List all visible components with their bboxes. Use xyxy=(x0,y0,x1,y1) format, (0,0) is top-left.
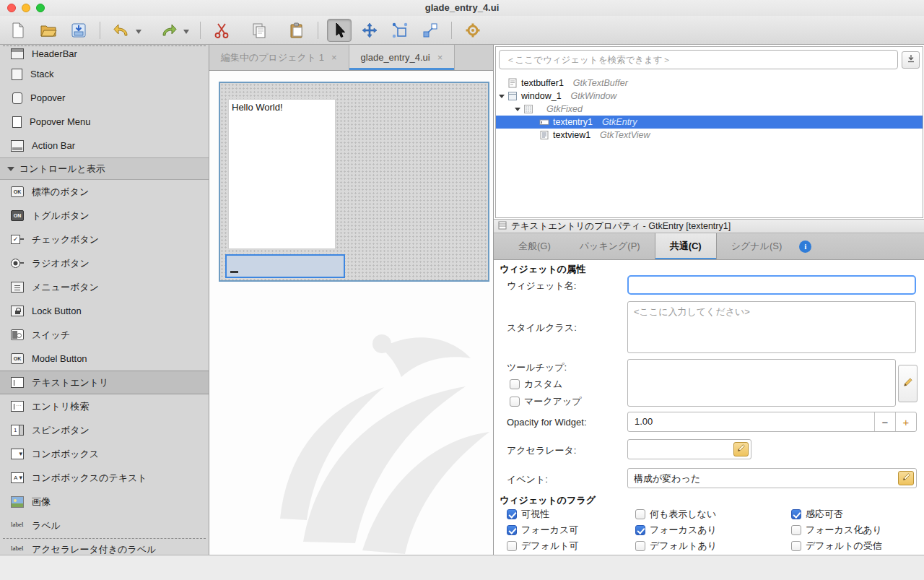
palette-item-image[interactable]: 画像 xyxy=(0,490,209,514)
designed-textview-widget[interactable]: Hello World! xyxy=(228,99,336,249)
palette-item-text-entry[interactable]: テキストエントリ xyxy=(0,371,209,394)
flag-sensitive[interactable]: 感応可否 xyxy=(791,508,915,520)
designed-window-widget[interactable]: Hello World! xyxy=(219,82,489,282)
palette-item-lock-button[interactable]: Lock Button xyxy=(0,299,209,323)
palette-item-model-button[interactable]: Model Button xyxy=(0,347,209,371)
open-project-button[interactable] xyxy=(36,19,61,42)
designed-textentry-widget[interactable] xyxy=(225,254,345,278)
tab-common[interactable]: 共通(C) xyxy=(655,233,717,259)
undo-history-button[interactable] xyxy=(134,19,144,42)
flag-receives-default[interactable]: デフォルトの受信 xyxy=(791,540,915,552)
tooltip-markup-checkbox[interactable]: マークアップ xyxy=(510,395,582,408)
menu-button-icon xyxy=(11,282,24,293)
redo-button[interactable] xyxy=(157,19,181,42)
checkbox-icon xyxy=(510,397,520,407)
opacity-increment-button[interactable]: + xyxy=(895,412,916,431)
palette-item-stack[interactable]: Stack xyxy=(0,62,209,86)
toolbar-separator xyxy=(318,22,318,39)
save-project-button[interactable] xyxy=(66,19,91,42)
cut-button[interactable] xyxy=(209,19,234,42)
flag-no-show-all[interactable]: 何も表示しない xyxy=(635,508,791,520)
switch-icon xyxy=(11,329,24,340)
flag-can-focus[interactable]: フォーカス可 xyxy=(507,524,635,536)
properties-panel-header: テキストエントリのプロパティ - GtkEntry [textentry1] xyxy=(494,219,924,233)
events-input[interactable]: 構成が変わった xyxy=(627,468,917,488)
flag-is-focus[interactable]: フォーカス化あり xyxy=(791,524,915,536)
doc-tab-project1[interactable]: 編集中のプロジェクト 1 × xyxy=(209,45,349,70)
tree-row-textentry1[interactable]: textentry1 GtkEntry xyxy=(496,116,923,129)
paste-button[interactable] xyxy=(284,19,309,42)
tab-general[interactable]: 全般(G) xyxy=(504,233,565,259)
tree-row-textview1[interactable]: textview1 GtkTextView xyxy=(496,129,923,142)
widget-help-icon[interactable] xyxy=(799,241,811,253)
tab-signals[interactable]: シグナル(S) xyxy=(717,233,797,259)
flag-visible[interactable]: 可視性 xyxy=(507,508,635,520)
accelerator-edit-button[interactable] xyxy=(733,442,749,456)
palette-item-action-bar[interactable]: Action Bar xyxy=(0,134,209,157)
palette-item-toggle-button[interactable]: トグルボタン xyxy=(0,204,209,228)
palette-item-combo-box[interactable]: コンボボックス xyxy=(0,442,209,466)
palette-item-spin-button[interactable]: スピンボタン xyxy=(0,418,209,442)
margin-edit-button[interactable] xyxy=(388,19,412,42)
tooltip-textarea[interactable] xyxy=(627,359,896,407)
accelerator-input[interactable] xyxy=(627,439,751,459)
flag-can-default[interactable]: デフォルト可 xyxy=(507,540,635,552)
align-edit-button[interactable] xyxy=(418,19,443,42)
tree-row-gtkfixed[interactable]: GtkFixed xyxy=(496,103,923,116)
doc-tab-glade-entry-4[interactable]: glade_entry_4.ui × xyxy=(349,45,456,70)
checkbox-icon xyxy=(507,525,517,535)
widget-gear-button[interactable] xyxy=(461,19,485,42)
model-button-icon xyxy=(11,353,24,364)
expander-icon[interactable] xyxy=(512,108,523,111)
toolbar-separator xyxy=(100,22,100,39)
palette-item-button[interactable]: 標準のボタン xyxy=(0,180,209,204)
pencil-icon xyxy=(902,377,913,391)
drag-resize-button[interactable] xyxy=(357,19,382,42)
opacity-spinbutton[interactable]: 1.00 − + xyxy=(627,412,917,432)
palette-item-headerbar[interactable]: HeaderBar xyxy=(0,45,209,62)
redo-history-button[interactable] xyxy=(181,19,191,42)
tooltip-custom-checkbox[interactable]: カスタム xyxy=(510,378,562,391)
new-project-button[interactable] xyxy=(6,19,30,42)
close-tab-icon[interactable]: × xyxy=(331,52,337,63)
copy-button[interactable] xyxy=(247,19,271,42)
detach-panel-button[interactable] xyxy=(902,51,920,69)
flag-has-default[interactable]: デフォルトあり xyxy=(635,540,791,552)
select-widgets-button[interactable] xyxy=(327,19,352,42)
popover-menu-icon xyxy=(12,116,22,128)
tooltip-edit-button[interactable] xyxy=(898,365,918,402)
design-canvas[interactable]: Hello World! xyxy=(209,71,493,555)
palette-item-switch[interactable]: スイッチ xyxy=(0,323,209,347)
tree-row-window1[interactable]: window_1 GtkWindow xyxy=(496,90,923,103)
checkbox-icon xyxy=(507,541,517,551)
palette-item-search-entry[interactable]: エントリ検索 xyxy=(0,394,209,418)
widget-search-input[interactable] xyxy=(499,50,898,69)
undo-button[interactable] xyxy=(109,19,134,42)
palette-item-label[interactable]: ラベル xyxy=(0,514,209,537)
palette-item-radio-button[interactable]: ラジオボタン xyxy=(0,251,209,275)
image-icon xyxy=(11,496,24,508)
palette-item-accel-label[interactable]: アクセラレータ付きのラベル xyxy=(0,537,209,555)
palette-item-menu-button[interactable]: メニューボタン xyxy=(0,275,209,299)
properties-content: ウィジェットの属性 ウィジェット名: スタイルクラス: ツールチップ: カスタム… xyxy=(494,260,924,555)
flag-has-focus[interactable]: フォーカスあり xyxy=(635,524,791,536)
pencil-icon xyxy=(736,443,746,455)
copy-pages-icon xyxy=(250,22,268,39)
combo-box-text-icon xyxy=(11,472,24,483)
tree-row-textbuffer1[interactable]: textbuffer1 GtkTextBuffer xyxy=(496,77,923,90)
palette-item-popover[interactable]: Popover xyxy=(0,86,209,110)
opacity-decrement-button[interactable]: − xyxy=(874,412,895,431)
palette-item-check-button[interactable]: チェックボタン xyxy=(0,228,209,251)
tab-packing[interactable]: パッキング(P) xyxy=(565,233,655,259)
style-class-textarea[interactable] xyxy=(627,301,916,353)
events-edit-button[interactable] xyxy=(898,471,914,485)
widget-name-input[interactable] xyxy=(627,275,916,295)
palette-item-popover-menu[interactable]: Popover Menu xyxy=(0,110,209,134)
titlebar: glade_entry_4.ui xyxy=(0,0,924,16)
expander-icon[interactable] xyxy=(496,95,507,98)
palette-item-combo-box-text[interactable]: コンボボックスのテキスト xyxy=(0,466,209,490)
checkbox-icon xyxy=(635,509,645,519)
palette-section-controls[interactable]: コントロールと表示 xyxy=(0,157,209,180)
close-tab-icon[interactable]: × xyxy=(437,52,443,63)
toolbar-separator xyxy=(451,22,452,39)
